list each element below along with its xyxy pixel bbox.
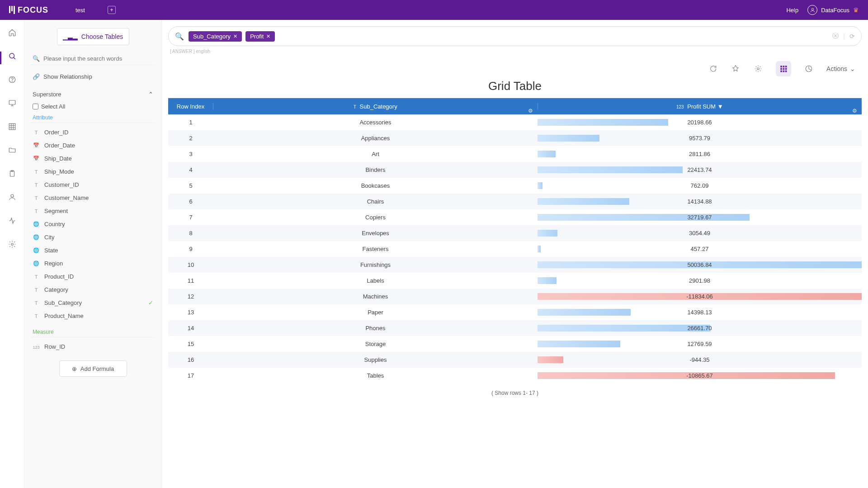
add-tab-button[interactable]: + [108,6,116,14]
field-product_name[interactable]: TProduct_Name [31,309,155,322]
cell-subcategory: Machines [213,293,538,300]
table-row[interactable]: 10Furnishings50036.84 [168,257,862,273]
grid-footer: ( Show rows 1- 17 ) [168,384,862,403]
activity-icon[interactable] [8,216,17,225]
pill-remove-icon[interactable]: ✕ [266,33,270,39]
field-search[interactable]: 🔍 [31,52,155,65]
col-subcategory[interactable]: T Sub_Category ⚙ [213,103,538,110]
field-sub_category[interactable]: TSub_Category✓ [31,296,155,309]
field-state[interactable]: 🌐State [31,244,155,257]
column-gear-icon[interactable]: ⚙ [852,108,857,114]
svg-rect-12 [783,66,785,67]
clear-icon[interactable]: ⓧ [832,32,839,40]
field-city[interactable]: 🌐City [31,231,155,244]
cell-profit: -944.35 [538,356,862,363]
profit-value: 14134.88 [687,198,712,205]
svg-rect-5 [9,123,15,130]
field-segment[interactable]: TSegment [31,204,155,218]
field-ship_mode[interactable]: TShip_Mode [31,165,155,178]
table-row[interactable]: 1Accessories20198.66 [168,114,862,130]
folder-icon[interactable] [8,146,17,155]
chat-icon[interactable] [708,64,718,74]
home-icon[interactable] [8,28,17,37]
cell-subcategory: Copiers [213,214,538,221]
clipboard-icon[interactable] [8,169,17,178]
col-rowindex[interactable]: Row Index [168,103,213,110]
col-profit[interactable]: 123 Profit SUM ▼ ⚙ [538,103,862,110]
table-row[interactable]: 5Bookcases762.09 [168,178,862,194]
workspace-tab[interactable]: test [75,7,85,14]
table-row[interactable]: 8Envelopes3054.49 [168,225,862,241]
actions-menu[interactable]: Actions ⌄ [826,65,855,72]
field-order_id[interactable]: TOrder_ID [31,126,155,139]
grid-view-icon[interactable] [776,61,791,76]
svg-point-8 [11,194,14,197]
table-row[interactable]: 7Copiers32719.67 [168,209,862,225]
datasource-header[interactable]: Superstore ⌃ [31,88,155,100]
field-country[interactable]: 🌐Country [31,218,155,231]
pin-icon[interactable] [731,64,741,74]
cell-subcategory: Paper [213,309,538,316]
table-row[interactable]: 4Binders22413.74 [168,162,862,178]
field-order_date[interactable]: 📅Order_Date [31,139,155,152]
field-row_id[interactable]: 123Row_ID [31,340,155,353]
query-bar[interactable]: 🔍 Sub_Category✕Profit✕ ⓧ | ⟳ [168,26,862,46]
table-row[interactable]: 11Labels2901.98 [168,273,862,289]
search-icon[interactable] [8,52,17,61]
table-row[interactable]: 12Machines-11834.06 [168,289,862,304]
field-customer_id[interactable]: TCustomer_ID [31,178,155,191]
text-type-icon: T [354,104,356,109]
nav-rail [0,20,24,488]
select-all-input[interactable] [33,104,38,109]
person-icon[interactable] [8,193,17,202]
svg-rect-4 [9,100,15,104]
cell-subcategory: Tables [213,372,538,379]
query-pill[interactable]: Profit✕ [245,31,275,42]
table-row[interactable]: 6Chairs14134.88 [168,194,862,209]
help-icon[interactable] [8,75,17,84]
cell-profit: 32719.67 [538,214,862,221]
field-type-icon: T [33,287,40,293]
table-row[interactable]: 2Appliances9573.79 [168,130,862,146]
add-formula-button[interactable]: ⊕ Add Formula [59,360,127,377]
refresh-icon[interactable]: ⟳ [849,33,855,40]
settings-icon[interactable] [753,64,763,74]
table-row[interactable]: 15Storage12769.59 [168,336,862,352]
field-search-input[interactable] [43,55,153,62]
table-row[interactable]: 17Tables-10865.67 [168,368,862,384]
choose-tables-label: Choose Tables [81,33,123,40]
field-category[interactable]: TCategory [31,283,155,296]
crown-icon: ♛ [853,6,859,14]
cell-rowindex: 13 [168,309,213,316]
svg-rect-18 [783,71,785,72]
grid-icon[interactable] [8,122,17,131]
gear-icon[interactable] [8,240,17,249]
pill-remove-icon[interactable]: ✕ [233,33,237,39]
field-ship_date[interactable]: 📅Ship_Date [31,152,155,165]
table-row[interactable]: 13Paper14398.13 [168,304,862,320]
profit-value: 14398.13 [687,309,712,316]
table-row[interactable]: 3Art2811.86 [168,146,862,162]
col-profit-label: Profit SUM [687,103,716,110]
field-region[interactable]: 🌐Region [31,257,155,270]
profit-value: 9573.79 [689,135,710,142]
show-relationship-link[interactable]: 🔗 Show Relationship [33,73,153,80]
cell-rowindex: 7 [168,214,213,221]
search-icon: 🔍 [175,32,184,41]
table-row[interactable]: 9Fasteners457.27 [168,241,862,257]
cell-profit: 14398.13 [538,309,862,316]
table-row[interactable]: 14Phones26661.70 [168,320,862,336]
select-all-checkbox[interactable]: Select All [31,100,155,113]
cell-profit: -10865.67 [538,372,862,379]
add-formula-label: Add Formula [80,365,114,372]
presentation-icon[interactable] [8,99,17,108]
column-gear-icon[interactable]: ⚙ [528,108,533,114]
help-link[interactable]: Help [786,7,798,14]
table-row[interactable]: 16Supplies-944.35 [168,352,862,368]
user-menu[interactable]: DataFocus ♛ [807,5,859,15]
query-pill[interactable]: Sub_Category✕ [189,31,242,42]
choose-tables-button[interactable]: ▁▃▂ Choose Tables [57,28,129,45]
field-customer_name[interactable]: TCustomer_Name [31,191,155,204]
field-product_id[interactable]: TProduct_ID [31,270,155,283]
chart-type-icon[interactable] [804,64,814,74]
